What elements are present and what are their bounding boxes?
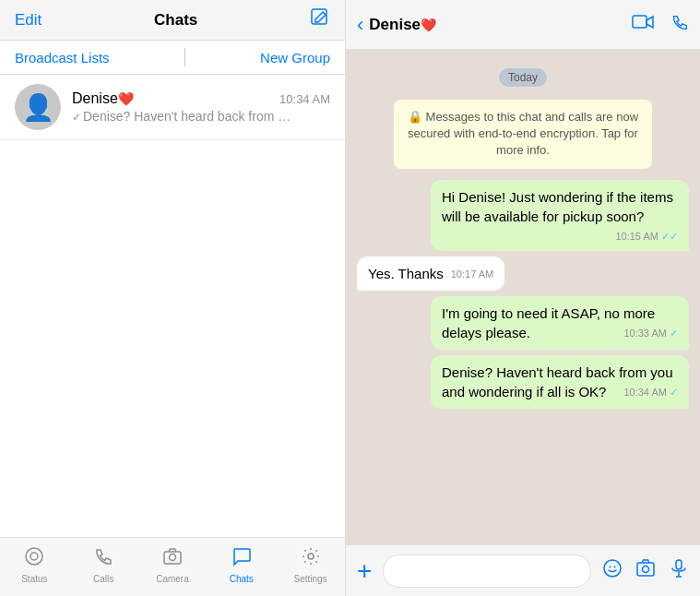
message-text: Hi Denise! Just wondering if the items w… [442, 189, 673, 224]
contact-heart-icon: ❤️ [421, 18, 436, 32]
chat-preview: ✓Denise? Haven't heard back from you and… [72, 109, 293, 124]
message-bubble: Denise? Haven't heard back from you and … [431, 355, 689, 409]
status-icon [24, 546, 44, 572]
settings-icon [301, 546, 321, 572]
voice-call-button[interactable] [670, 13, 689, 36]
compose-button[interactable] [310, 7, 330, 32]
nav-item-camera[interactable]: Camera [145, 542, 200, 588]
camera-message-button[interactable] [635, 558, 656, 583]
avatar-icon: 👤 [22, 92, 54, 123]
avatar: 👤 [15, 84, 61, 130]
message-bubble: Hi Denise! Just wondering if the items w… [431, 180, 689, 251]
svg-point-9 [614, 566, 616, 568]
add-attachment-button[interactable]: + [357, 556, 372, 586]
chats-nav-label: Chats [230, 574, 254, 584]
read-check-icon: ✓ [72, 111, 81, 124]
chat-heart-icon: ❤️ [118, 91, 134, 106]
svg-point-1 [26, 548, 42, 565]
message-time: 10:17 AM [451, 268, 493, 281]
chat-messages: Today 🔒 Messages to this chat and calls … [346, 50, 700, 544]
svg-rect-10 [637, 563, 654, 576]
bottom-action-icons [602, 558, 689, 583]
read-receipt-icon: ✓ [670, 387, 678, 398]
broadcast-bar: Broadcast Lists New Group [0, 41, 345, 75]
chat-item[interactable]: 👤 Denise❤️ 10:34 AM ✓Denise? Haven't hea… [0, 75, 345, 140]
status-label: Status [21, 574, 47, 584]
chats-nav-icon [231, 546, 252, 572]
chat-info: Denise❤️ 10:34 AM ✓Denise? Haven't heard… [72, 90, 330, 124]
message-bubble: Yes. Thanks 10:17 AM [357, 256, 504, 291]
message-text: I'm going to need it ASAP, no more delay… [442, 305, 655, 340]
sticker-button[interactable] [602, 558, 623, 583]
chats-title: Chats [154, 11, 197, 30]
message-text: Yes. Thanks [368, 266, 444, 281]
chat-time: 10:34 AM [279, 92, 330, 106]
read-receipt-icon: ✓✓ [661, 231, 678, 242]
svg-point-4 [169, 554, 175, 561]
bottom-nav: Status Calls Camera [0, 537, 345, 596]
broadcast-lists-link[interactable]: Broadcast Lists [15, 50, 110, 66]
nav-item-status[interactable]: Status [6, 542, 62, 588]
svg-point-7 [604, 560, 621, 577]
right-panel: ‹ Denise❤️ Today [346, 0, 700, 596]
svg-point-11 [643, 566, 649, 573]
back-button[interactable]: ‹ [357, 13, 363, 37]
svg-point-2 [30, 553, 38, 560]
chat-name: Denise❤️ [72, 90, 134, 107]
settings-label: Settings [294, 574, 327, 584]
message-time: 10:15 AM ✓✓ [615, 230, 678, 244]
contact-info[interactable]: Denise❤️ [369, 16, 632, 34]
read-receipt-icon: ✓ [670, 328, 678, 339]
nav-item-chats[interactable]: Chats [214, 542, 269, 588]
camera-label: Camera [156, 574, 189, 584]
chat-list: 👤 Denise❤️ 10:34 AM ✓Denise? Haven't hea… [0, 75, 345, 537]
right-header: ‹ Denise❤️ [346, 0, 700, 50]
left-header: Edit Chats [0, 0, 345, 41]
nav-item-settings[interactable]: Settings [283, 542, 338, 588]
chat-name-row: Denise❤️ 10:34 AM [72, 90, 330, 107]
contact-name: Denise [369, 16, 421, 34]
calls-label: Calls [93, 574, 113, 584]
svg-point-8 [610, 566, 611, 568]
svg-rect-12 [676, 560, 682, 569]
svg-rect-6 [633, 16, 647, 28]
nav-item-calls[interactable]: Calls [76, 542, 131, 588]
message-bubble: I'm going to need it ASAP, no more delay… [431, 296, 689, 350]
edit-button[interactable]: Edit [15, 11, 42, 30]
header-actions [632, 13, 689, 36]
left-panel: Edit Chats Broadcast Lists New Group 👤 [0, 0, 346, 596]
message-time: 10:33 AM ✓ [623, 327, 678, 340]
date-badge: Today [499, 68, 547, 87]
message-input-bar: + [346, 544, 700, 596]
calls-icon [93, 546, 113, 572]
message-time: 10:34 AM ✓ [623, 386, 678, 399]
camera-icon [162, 546, 183, 572]
microphone-button[interactable] [669, 558, 689, 583]
video-call-button[interactable] [632, 14, 654, 35]
new-group-link[interactable]: New Group [260, 50, 330, 66]
broadcast-divider [184, 48, 185, 66]
message-input[interactable] [383, 554, 591, 588]
svg-point-5 [308, 554, 314, 559]
security-notice[interactable]: 🔒 Messages to this chat and calls are no… [394, 100, 652, 169]
